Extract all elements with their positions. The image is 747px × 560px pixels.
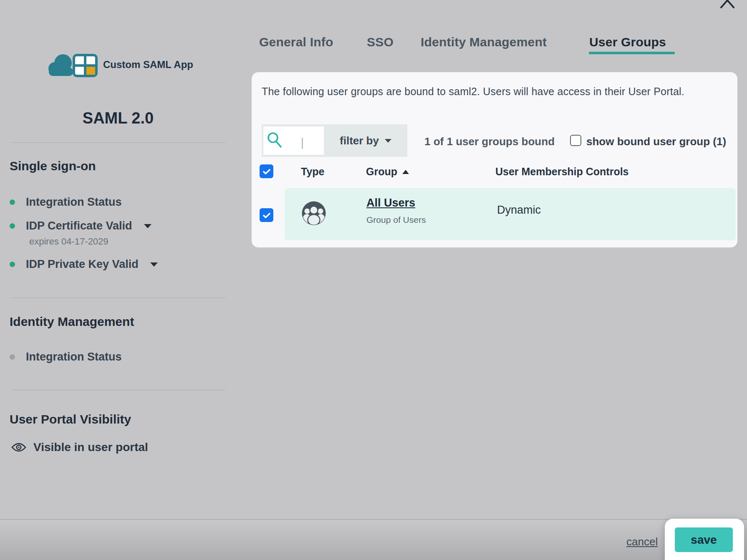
close-icon[interactable] (716, 0, 739, 8)
active-tab-underline (589, 52, 675, 54)
column-header-user-membership-controls: User Membership Controls (495, 166, 629, 178)
sidebar-item-im-integration-status: Integration Status (10, 351, 122, 363)
group-name-link[interactable]: All Users (366, 197, 415, 209)
search-input[interactable] (263, 126, 324, 155)
select-all-checkbox[interactable] (260, 164, 273, 178)
tab-user-groups[interactable]: User Groups (589, 35, 666, 49)
bound-count-text: 1 of 1 user groups bound (424, 135, 555, 148)
chevron-down-icon (385, 139, 391, 143)
search-filter-toolbar: filter by (262, 124, 407, 157)
section-title-identity-management: Identity Management (10, 315, 134, 329)
status-dot-green-icon (10, 223, 15, 229)
sidebar-item-idp-private-key-valid[interactable]: IDP Private Key Valid (10, 258, 158, 271)
column-header-type: Type (301, 166, 325, 178)
user-groups-panel: The following user groups are bound to s… (252, 72, 737, 247)
sidebar-divider (10, 298, 226, 298)
status-dot-green-icon (10, 199, 15, 205)
table-row: All Users Group of Users Dynamic (285, 188, 736, 240)
check-icon (262, 166, 272, 177)
save-highlight-card: save (665, 519, 744, 560)
chevron-down-icon[interactable] (150, 262, 158, 267)
eye-icon (11, 442, 27, 453)
show-bound-checkbox[interactable] (570, 135, 581, 146)
tab-identity-management[interactable]: Identity Management (421, 35, 547, 49)
certificate-expiry-text: expires 04-17-2029 (29, 236, 109, 247)
sort-ascending-icon (402, 170, 409, 174)
text-cursor (302, 138, 303, 149)
column-header-group[interactable]: Group (366, 166, 409, 178)
show-bound-label: show bound user group (1) (586, 135, 726, 148)
tab-sso[interactable]: SSO (367, 35, 394, 49)
user-group-avatar-icon (301, 201, 326, 226)
status-dot-gray-icon (10, 354, 15, 360)
cloud-grid-app-icon (47, 52, 101, 78)
check-icon (262, 210, 272, 220)
save-button[interactable]: save (675, 527, 733, 552)
protocol-title: SAML 2.0 (10, 109, 226, 127)
section-title-user-portal-visibility: User Portal Visibility (10, 412, 131, 426)
app-logo-label: Custom SAML App (103, 59, 193, 71)
sidebar-divider (10, 142, 226, 143)
tab-general-info[interactable]: General Info (259, 35, 333, 49)
cancel-button[interactable]: cancel (626, 535, 658, 548)
sidebar-item-idp-certificate-valid[interactable]: IDP Certificate Valid (10, 219, 151, 232)
sidebar-item-sso-integration-status: Integration Status (10, 196, 122, 209)
sidebar-item-visible-in-user-portal: Visible in user portal (11, 441, 148, 454)
chevron-down-icon[interactable] (144, 224, 151, 228)
section-title-single-sign-on: Single sign-on (10, 159, 96, 173)
panel-description: The following user groups are bound to s… (262, 86, 684, 98)
group-subtype-text: Group of Users (366, 215, 426, 225)
row-checkbox[interactable] (260, 208, 273, 222)
membership-control-value: Dynamic (497, 204, 541, 217)
status-dot-green-icon (10, 262, 15, 267)
app-logo: Custom SAML App (47, 52, 222, 78)
filter-by-dropdown[interactable]: filter by (324, 124, 407, 157)
sidebar-divider (10, 390, 226, 390)
